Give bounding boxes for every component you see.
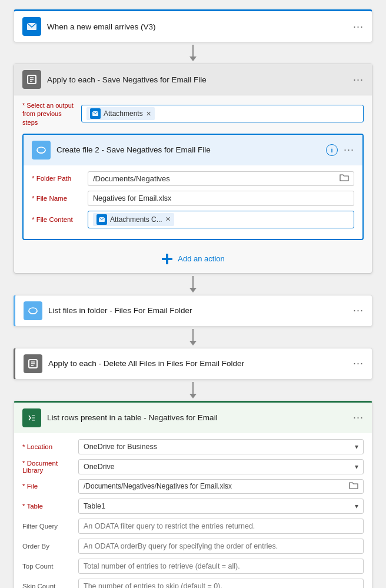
doc-library-label: * Document Library [22,460,72,474]
select-output-row: * Select an output from previous steps A… [22,101,364,127]
list-rows-card: List rows present in a table - Negatives… [14,401,372,588]
file-browse-icon[interactable] [349,481,358,491]
add-action-icon [161,253,173,265]
skip-count-input[interactable] [78,579,364,588]
order-by-label: Order By [22,543,72,550]
table-select[interactable]: Table1 ▾ [78,499,364,514]
loop2-header: Apply to each - Delete All Files in File… [15,348,372,379]
folder-path-row: * Folder Path /Documents/Negatives [32,171,354,186]
file-row: * File /Documents/Negatives/Negatives fo… [22,479,364,494]
loop1-header: Apply to each - Save Negatives for Email… [14,64,372,95]
doc-library-chevron: ▾ [355,463,358,471]
doc-library-select[interactable]: OneDrive ▾ [78,459,364,474]
skip-count-label: Skip Count [22,583,72,588]
info-icon[interactable]: i [326,144,338,156]
filter-query-input[interactable] [78,519,364,534]
inner-action-body: * Folder Path /Documents/Negatives [24,165,362,239]
top-count-row: Top Count [22,559,364,574]
folder-path-label: * Folder Path [32,175,82,182]
location-value: OneDrive for Business [84,443,157,451]
trigger-header: When a new email arrives (V3) ··· [14,11,372,42]
arrow-1 [189,45,197,61]
list-rows-menu[interactable]: ··· [353,411,364,424]
folder-path-input[interactable]: /Documents/Negatives [88,171,354,186]
inner-action-menu[interactable]: ··· [344,144,354,156]
file-content-label: * File Content [32,216,82,223]
top-count-label: Top Count [22,563,72,570]
file-value: /Documents/Negatives/Negatives for Email… [84,482,232,490]
arrow-2 [189,276,197,293]
trigger-card: When a new email arrives (V3) ··· [14,9,372,42]
loop1-menu[interactable]: ··· [353,74,364,86]
file-content-tagbox[interactable]: Attachments C... ✕ [88,211,354,228]
table-value: Table1 [84,502,105,510]
loop1-icon [22,70,41,89]
file-input[interactable]: /Documents/Negatives/Negatives for Email… [78,479,364,494]
table-chevron: ▾ [355,502,358,510]
flow-container: When a new email arrives (V3) ··· Apply … [0,0,386,588]
trigger-menu[interactable]: ··· [353,21,364,33]
file-content-icon [96,214,107,225]
list-files-header: List files in folder - Files For Email F… [15,295,372,326]
file-content-row: * File Content Attachments C... [32,211,354,228]
file-content-tag: Attachments C... ✕ [93,213,174,226]
loop2-menu[interactable]: ··· [353,357,364,370]
doc-library-value: OneDrive [84,463,115,471]
list-rows-body: * Location OneDrive for Business ▾ * Doc… [14,433,372,588]
list-files-icon [24,301,42,320]
add-action-label: Add an action [178,254,225,263]
arrow-3 [189,329,197,346]
tag-remove[interactable]: ✕ [146,110,151,118]
attachments-tag: Attachments ✕ [86,107,155,120]
folder-browse-icon[interactable] [340,174,349,184]
loop2-card: Apply to each - Delete All Files in File… [14,348,372,380]
file-name-row: * File Name [32,191,354,206]
skip-count-row: Skip Count [22,579,364,588]
tag-email-icon [90,108,101,119]
select-output-label: * Select an output from previous steps [22,101,75,127]
loop1-card: Apply to each - Save Negatives for Email… [14,64,372,274]
list-files-label: List files in folder - Files For Email F… [48,306,347,315]
list-rows-header: List rows present in a table - Negatives… [14,403,372,433]
filter-query-row: Filter Query [22,519,364,534]
doc-library-row: * Document Library OneDrive ▾ [22,459,364,474]
list-files-card: List files in folder - Files For Email F… [14,295,372,327]
folder-path-value: /Documents/Negatives [93,174,170,183]
file-name-input[interactable] [88,191,354,206]
loop1-label: Apply to each - Save Negatives for Email… [47,75,347,84]
add-action-row[interactable]: Add an action [22,246,364,267]
location-chevron: ▾ [355,443,358,451]
file-content-tag-remove[interactable]: ✕ [165,215,171,223]
trigger-label: When a new email arrives (V3) [47,22,347,31]
loop2-icon [24,354,42,373]
loop1-body: * Select an output from previous steps A… [14,95,372,273]
file-name-label: * File Name [32,195,82,202]
inner-action-label: Create file 2 - Save Negatives for Email… [56,145,320,154]
table-row: * Table Table1 ▾ [22,499,364,514]
select-output-tagbox[interactable]: Attachments ✕ [81,105,364,122]
svg-rect-6 [166,254,168,264]
create-file-icon [32,141,51,160]
email-icon [22,17,41,36]
excel-icon [22,408,41,427]
top-count-input[interactable] [78,559,364,574]
file-label: * File [22,483,72,490]
list-rows-label: List rows present in a table - Negatives… [47,413,347,422]
list-files-menu[interactable]: ··· [353,304,364,317]
location-label: * Location [22,443,72,450]
loop2-label: Apply to each - Delete All Files in File… [48,359,347,368]
location-row: * Location OneDrive for Business ▾ [22,439,364,454]
inner-action-card: Create file 2 - Save Negatives for Email… [22,134,364,240]
inner-action-header: Create file 2 - Save Negatives for Email… [24,135,362,165]
order-by-input[interactable] [78,539,364,554]
filter-query-label: Filter Query [22,523,72,530]
file-content-tag-label: Attachments C... [110,215,162,224]
table-label: * Table [22,503,72,510]
location-select[interactable]: OneDrive for Business ▾ [78,439,364,454]
tag-label: Attachments [104,109,143,118]
arrow-4 [189,382,197,398]
order-by-row: Order By [22,539,364,554]
